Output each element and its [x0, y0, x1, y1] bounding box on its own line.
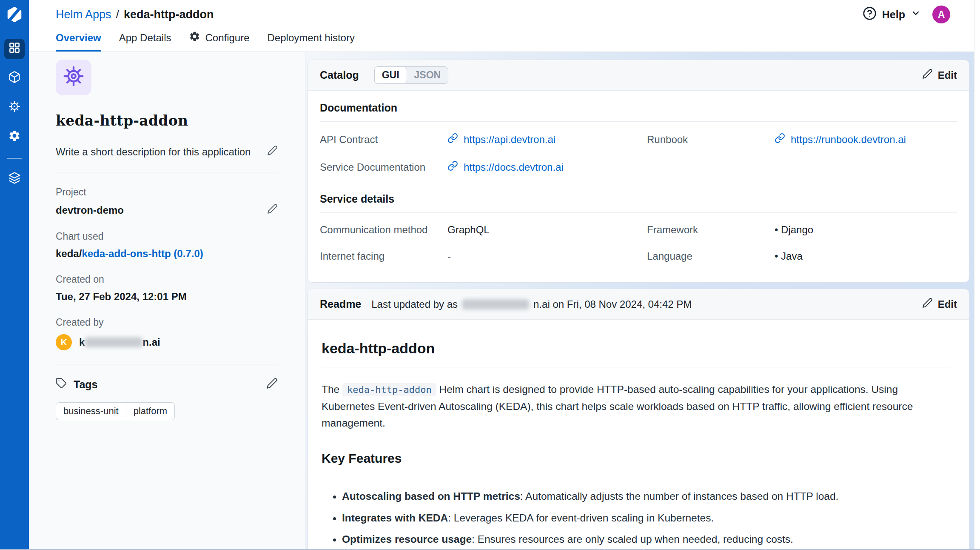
catalog-title: Catalog — [320, 69, 359, 81]
runbook-link[interactable]: https://runbook.devtron.ai — [775, 133, 906, 146]
api-contract-link[interactable]: https://api.devtron.ai — [447, 133, 556, 146]
field-label: Framework — [647, 224, 775, 236]
tab-deployment-history-label: Deployment history — [268, 32, 355, 44]
readme-last-updated: Last updated by asn.ai on Fri, 08 Nov 20… — [371, 298, 692, 310]
breadcrumb-helm-apps-link[interactable]: Helm Apps — [56, 8, 111, 21]
pencil-icon — [922, 298, 933, 311]
divider — [320, 212, 957, 213]
main-area: Helm Apps / keda-http-addon Help A — [29, 0, 980, 549]
field-api-contract: API Contract https://api.devtron.ai — [320, 126, 630, 153]
tab-deployment-history[interactable]: Deployment history — [268, 26, 355, 52]
field-framework: Framework • Django — [647, 217, 957, 243]
edit-description-button[interactable] — [267, 145, 278, 158]
documentation-section: Documentation API Contract https://api.d… — [320, 102, 957, 181]
service-documentation-link[interactable]: https://docs.devtron.ai — [447, 160, 564, 174]
field-label: Runbook — [647, 134, 775, 146]
field-language: Language • Java — [647, 243, 957, 269]
field-value: - — [447, 250, 451, 262]
sidebar-item-app-store[interactable] — [4, 68, 25, 89]
edit-label: Edit — [938, 298, 957, 310]
breadcrumb-separator: / — [116, 8, 120, 21]
toggle-gui[interactable]: GUI — [375, 67, 407, 83]
tab-overview[interactable]: Overview — [56, 26, 101, 52]
grid-icon — [8, 41, 21, 57]
link-text: https://docs.devtron.ai — [464, 161, 564, 173]
helm-wheel-icon — [8, 100, 21, 115]
tab-configure-label: Configure — [205, 32, 249, 44]
gear-icon — [189, 31, 200, 45]
creator-name: kn.ai — [79, 336, 160, 348]
edit-project-button[interactable] — [267, 203, 278, 217]
features-list: Autoscaling based on HTTP metrics: Autom… — [322, 488, 949, 548]
tag-chip: platform — [126, 402, 175, 420]
edit-label: Edit — [938, 69, 957, 81]
sidebar-item-helm-charts[interactable] — [4, 97, 25, 118]
inline-code: keda-http-addon — [342, 383, 436, 396]
help-menu-button[interactable]: Help — [863, 6, 921, 23]
page-header: Helm Apps / keda-http-addon Help A — [29, 0, 980, 52]
sidebar-item-stack-manager[interactable] — [4, 169, 25, 189]
redacted-text — [85, 337, 142, 347]
sidebar-item-applications[interactable] — [4, 39, 25, 59]
catalog-view-toggle: GUI JSON — [374, 66, 449, 84]
toggle-json[interactable]: JSON — [407, 67, 448, 83]
edit-catalog-button[interactable]: Edit — [922, 69, 957, 82]
app-icon — [56, 60, 91, 95]
chart-version-link[interactable]: keda-add-ons-http (0.7.0) — [82, 248, 203, 259]
link-icon — [775, 133, 785, 146]
field-communication-method: Communication method GraphQL — [320, 217, 630, 243]
creator-avatar: K — [56, 334, 72, 350]
link-icon — [447, 133, 458, 146]
cube-icon — [8, 71, 21, 86]
devtron-helm-app-page: Helm Apps / keda-http-addon Help A — [0, 0, 980, 550]
divider — [320, 121, 957, 122]
readme-card: Readme Last updated by asn.ai on Fri, 08… — [308, 289, 969, 549]
catalog-card-header: Catalog GUI JSON Edit — [308, 60, 969, 91]
tag-icon — [56, 378, 67, 392]
field-label: Service Documentation — [320, 161, 447, 173]
field-value: • Java — [775, 250, 803, 262]
created-on-value: Tue, 27 Feb 2024, 12:01 PM — [56, 291, 278, 303]
breadcrumb: Helm Apps / keda-http-addon — [56, 8, 214, 21]
readme-markdown: keda-http-addon The keda-http-addon Helm… — [308, 320, 963, 549]
service-details-section: Service details Communication method Gra… — [320, 193, 957, 269]
key-features-heading: Key Features — [322, 451, 949, 474]
feature-item: Optimizes resource usage: Ensures resour… — [342, 531, 949, 548]
link-icon — [447, 160, 458, 174]
tags-label: Tags — [74, 378, 98, 391]
app-overview-panel: keda-http-addon Write a short descriptio… — [29, 52, 305, 549]
pencil-icon — [266, 378, 278, 392]
redacted-text — [462, 299, 529, 309]
service-details-heading: Service details — [320, 193, 957, 205]
field-label: Internet facing — [320, 250, 447, 262]
feature-item: Autoscaling based on HTTP metrics: Autom… — [342, 488, 949, 505]
layers-icon — [8, 172, 21, 187]
tab-configure[interactable]: Configure — [189, 26, 249, 52]
tab-app-details-label: App Details — [119, 32, 171, 44]
field-internet-facing: Internet facing - — [320, 243, 630, 269]
divider — [56, 172, 278, 172]
chart-repo-prefix: keda/ — [56, 248, 82, 259]
tab-overview-label: Overview — [56, 32, 101, 44]
chart-used-label: Chart used — [56, 231, 278, 242]
help-label: Help — [882, 9, 905, 21]
tab-app-details[interactable]: App Details — [119, 26, 171, 52]
app-title: keda-http-addon — [56, 112, 278, 129]
edit-readme-button[interactable]: Edit — [922, 298, 957, 311]
sidebar-item-settings[interactable] — [4, 127, 25, 147]
divider — [56, 364, 278, 364]
breadcrumb-current-app: keda-http-addon — [124, 8, 214, 21]
user-avatar[interactable]: A — [932, 6, 950, 23]
feature-item: Integrates with KEDA: Leverages KEDA for… — [342, 510, 949, 527]
edit-tags-button[interactable] — [266, 378, 278, 392]
app-tabs: Overview App Details Configure Deploymen… — [56, 26, 950, 52]
sidebar-divider — [7, 158, 22, 159]
tag-chips: business-unit platform — [56, 402, 278, 420]
documentation-heading: Documentation — [320, 102, 957, 114]
chevron-down-icon — [911, 8, 921, 21]
field-runbook: Runbook https://runbook.devtron.ai — [647, 126, 957, 153]
project-value: devtron-demo — [56, 204, 124, 216]
gear-icon — [8, 129, 21, 145]
scrollbar[interactable] — [974, 0, 980, 549]
devtron-logo[interactable] — [6, 6, 23, 23]
